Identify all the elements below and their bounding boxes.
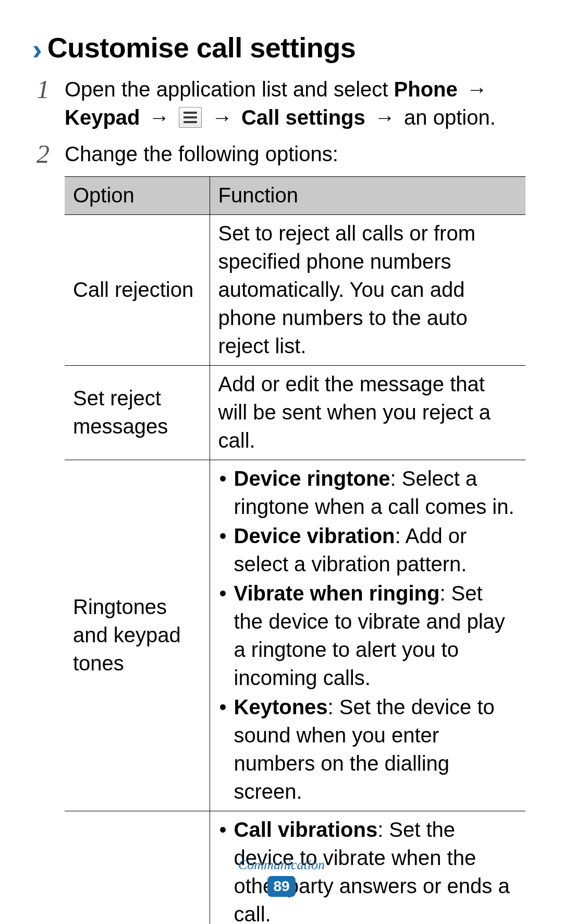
step-1: 1 Open the application list and select P… bbox=[36, 75, 527, 131]
table-row: Set reject messages Add or edit the mess… bbox=[65, 366, 525, 460]
step-text: Open the application list and select bbox=[65, 78, 394, 101]
arrow-icon: → bbox=[461, 78, 487, 101]
option-cell: Set reject messages bbox=[65, 366, 210, 460]
step-bold: Keypad bbox=[65, 106, 140, 129]
list-item: Device vibration: Add or select a vibrat… bbox=[218, 522, 518, 578]
page-number-badge: 89 bbox=[267, 876, 296, 897]
list-item: Keytones: Set the device to sound when y… bbox=[218, 693, 518, 806]
bullet-bold: Call vibrations bbox=[234, 818, 378, 841]
step-text: an option. bbox=[404, 106, 496, 129]
function-cell: Device ringtone: Select a ringtone when … bbox=[210, 460, 525, 811]
bullet-bold: Device vibration bbox=[234, 524, 395, 547]
bullet-list: Device ringtone: Select a ringtone when … bbox=[218, 464, 518, 806]
heading-title: Customise call settings bbox=[47, 31, 356, 64]
footer-section-name: Communication bbox=[0, 857, 563, 873]
list-item: Vibrate when ringing: Set the device to … bbox=[218, 579, 518, 692]
arrow-icon: → bbox=[369, 106, 401, 129]
chevron-icon: › bbox=[32, 35, 42, 64]
step-body: Change the following options: bbox=[65, 140, 527, 168]
option-cell: Call rejection bbox=[65, 215, 210, 366]
bullet-bold: Keytones bbox=[234, 695, 328, 718]
col-header-option: Option bbox=[65, 177, 210, 215]
step-bold: Phone bbox=[394, 78, 458, 101]
step-number: 1 bbox=[36, 76, 65, 102]
step-bold: Call settings bbox=[241, 106, 365, 129]
step-number: 2 bbox=[36, 141, 65, 167]
arrow-icon: → bbox=[143, 106, 176, 129]
options-table: Option Function Call rejection Set to re… bbox=[65, 176, 525, 924]
bullet-bold: Vibrate when ringing bbox=[234, 582, 440, 605]
step-text: Change the following options: bbox=[65, 142, 338, 165]
table-row: Call rejection Set to reject all calls o… bbox=[65, 215, 525, 366]
col-header-function: Function bbox=[210, 177, 525, 215]
page-footer: Communication 89 bbox=[0, 857, 563, 897]
section-heading: › Customise call settings bbox=[32, 31, 527, 64]
menu-icon bbox=[179, 107, 202, 128]
step-2: 2 Change the following options: bbox=[36, 140, 527, 168]
function-cell: Set to reject all calls or from specifie… bbox=[210, 215, 525, 366]
option-cell: Ringtones and keypad tones bbox=[65, 460, 210, 811]
arrow-icon: → bbox=[206, 106, 238, 129]
function-cell: Add or edit the message that will be sen… bbox=[210, 366, 525, 460]
table-row: Ringtones and keypad tones Device ringto… bbox=[65, 460, 525, 811]
bullet-bold: Device ringtone bbox=[234, 467, 390, 490]
step-body: Open the application list and select Pho… bbox=[65, 75, 527, 131]
list-item: Device ringtone: Select a ringtone when … bbox=[218, 464, 518, 521]
table-header-row: Option Function bbox=[65, 177, 525, 215]
